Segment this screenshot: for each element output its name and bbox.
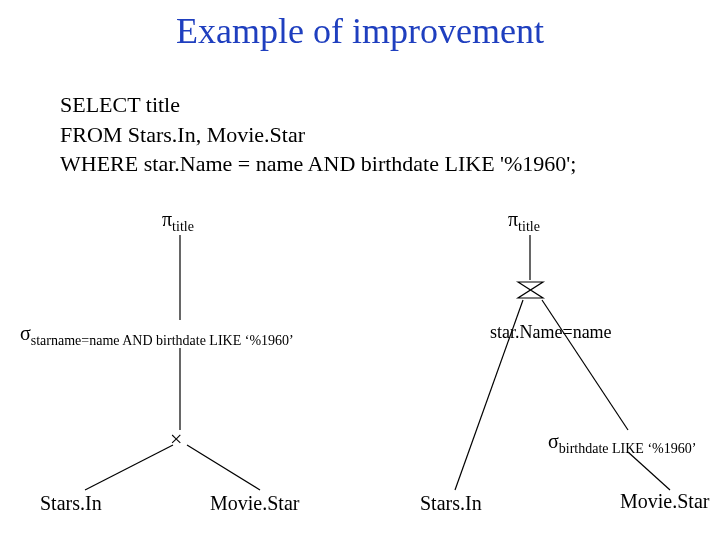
svg-line-7	[542, 300, 628, 430]
pi-symbol: π	[162, 208, 172, 230]
left-sigma-sub: starname=name AND birthdate LIKE ‘%1960’	[31, 333, 294, 348]
svg-line-2	[85, 445, 173, 490]
left-sigma: σstarname=name AND birthdate LIKE ‘%1960…	[20, 322, 294, 349]
svg-line-3	[187, 445, 260, 490]
pi-symbol-right: π	[508, 208, 518, 230]
sigma-symbol: σ	[20, 322, 31, 344]
svg-marker-5	[518, 282, 543, 298]
right-leaf-starsin: Stars.In	[420, 492, 482, 515]
left-pi-sub: title	[172, 219, 194, 234]
right-sigma: σbirthdate LIKE ‘%1960’	[548, 430, 696, 457]
times-symbol: ×	[170, 426, 182, 451]
left-pi: πtitle	[162, 208, 194, 235]
svg-line-8	[628, 452, 670, 490]
left-leaf-moviestar: Movie.Star	[210, 492, 299, 515]
right-join-label: star.Name=name	[490, 322, 612, 343]
sigma-symbol-right: σ	[548, 430, 559, 452]
sql-block: SELECT title FROM Stars.In, Movie.Star W…	[60, 90, 576, 179]
sql-line-1: SELECT title	[60, 90, 576, 120]
right-leaf-moviestar: Movie.Star	[620, 490, 709, 513]
right-pi: πtitle	[508, 208, 540, 235]
sql-line-3: WHERE star.Name = name AND birthdate LIK…	[60, 149, 576, 179]
sql-line-2: FROM Stars.In, Movie.Star	[60, 120, 576, 150]
left-cross: ×	[170, 426, 182, 452]
tree-lines	[0, 0, 720, 540]
right-sigma-sub: birthdate LIKE ‘%1960’	[559, 441, 697, 456]
page-title: Example of improvement	[0, 10, 720, 52]
left-leaf-starsin: Stars.In	[40, 492, 102, 515]
right-pi-sub: title	[518, 219, 540, 234]
slide: Example of improvement SELECT title FROM…	[0, 0, 720, 540]
